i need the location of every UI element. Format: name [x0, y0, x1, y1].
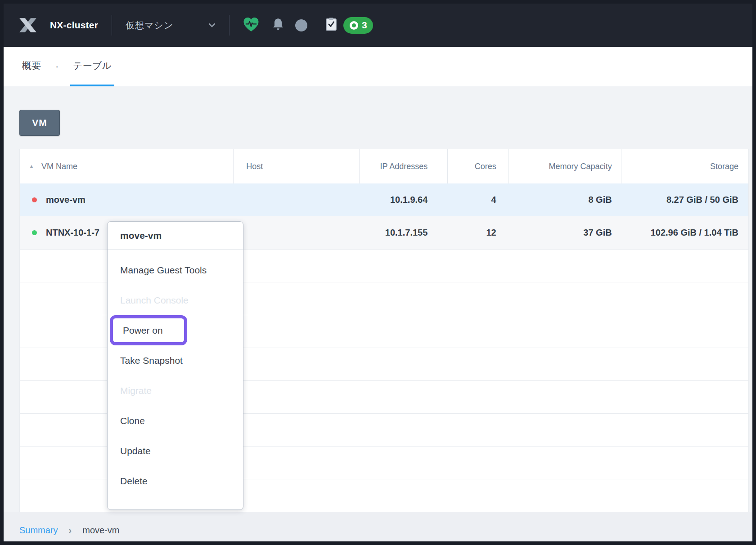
ring-icon [350, 21, 358, 30]
recovery-tasks-badge[interactable]: 3 [343, 17, 373, 34]
app-window: NX-cluster 仮想マシン [4, 4, 752, 541]
entity-dropdown-label: 仮想マシン [126, 19, 173, 31]
topbar-divider [112, 15, 112, 36]
column-header-storage[interactable]: Storage [621, 149, 748, 183]
breadcrumb-summary-link[interactable]: Summary [19, 525, 58, 536]
menu-item-label: Power on [123, 325, 163, 336]
breadcrumb-chevron-icon: › [69, 525, 72, 536]
cell-cores: 12 [447, 216, 508, 249]
vm-name[interactable]: move-vm [46, 195, 86, 205]
table-row-move-vm[interactable]: move-vm 10.1.9.64 4 8 GiB 8.27 GiB / 50 … [20, 183, 748, 216]
column-label: VM Name [41, 162, 77, 171]
column-header-memory-capacity[interactable]: Memory Capacity [508, 149, 621, 183]
column-header-ip-addresses[interactable]: IP Addresses [359, 149, 447, 183]
notifications-bell-icon[interactable] [272, 18, 284, 33]
menu-item-launch-console: Launch Console [108, 285, 243, 315]
top-navigation-bar: NX-cluster 仮想マシン [4, 4, 752, 47]
status-dot-powered-on-icon [32, 230, 37, 235]
vm-context-menu: move-vm Manage Guest Tools Launch Consol… [107, 221, 243, 510]
cell-storage: 8.27 GiB / 50 GiB [621, 183, 748, 216]
tab-separator-dot: · [55, 47, 58, 86]
breadcrumb-current: move-vm [82, 525, 119, 536]
menu-item-delete[interactable]: Delete [108, 466, 243, 496]
context-menu-title: move-vm [108, 222, 243, 250]
table-header-row: ▲ VM Name Host IP Addresses Cores Memory… [20, 149, 748, 183]
menu-item-update[interactable]: Update [108, 436, 243, 466]
column-header-vm-name[interactable]: ▲ VM Name [20, 149, 233, 183]
sort-asc-icon[interactable]: ▲ [29, 163, 34, 170]
cell-ip: 10.1.7.155 [359, 216, 447, 249]
tab-overview[interactable]: 概要 [19, 47, 44, 86]
tab-table[interactable]: テーブル [70, 47, 114, 86]
vm-type-button[interactable]: VM [19, 110, 60, 136]
nutanix-x-logo-icon[interactable] [19, 18, 36, 32]
cell-memory: 37 GiB [508, 216, 621, 249]
context-menu-items: Manage Guest Tools Launch Console Power … [108, 250, 243, 496]
footer-breadcrumb-bar: Summary › move-vm [4, 512, 752, 541]
entity-dropdown[interactable]: 仮想マシン [126, 19, 216, 31]
menu-item-manage-guest-tools[interactable]: Manage Guest Tools [108, 255, 243, 285]
health-heart-icon[interactable] [243, 17, 259, 34]
cell-host [233, 216, 359, 249]
cell-cores: 4 [447, 183, 508, 216]
cell-storage: 102.96 GiB / 1.04 TiB [621, 216, 748, 249]
user-avatar-icon[interactable] [295, 19, 307, 31]
power-on-highlight-box[interactable]: Power on [110, 315, 187, 345]
menu-item-clone[interactable]: Clone [108, 406, 243, 436]
cell-ip: 10.1.9.64 [359, 183, 447, 216]
column-header-host[interactable]: Host [233, 149, 359, 183]
cell-host [233, 183, 359, 216]
topbar-divider [229, 15, 230, 36]
view-tabs-bar: 概要 · テーブル [4, 47, 752, 86]
status-dot-powered-off-icon [32, 197, 37, 202]
column-header-cores[interactable]: Cores [447, 149, 508, 183]
cell-memory: 8 GiB [508, 183, 621, 216]
task-count: 3 [362, 20, 367, 31]
cluster-name: NX-cluster [50, 20, 98, 31]
tasks-clipboard-icon[interactable] [325, 18, 337, 33]
menu-item-migrate: Migrate [108, 375, 243, 406]
menu-item-power-on[interactable]: Power on [108, 315, 243, 345]
chevron-down-icon [208, 23, 216, 27]
menu-item-take-snapshot[interactable]: Take Snapshot [108, 345, 243, 375]
vm-name[interactable]: NTNX-10-1-7 [46, 228, 99, 238]
